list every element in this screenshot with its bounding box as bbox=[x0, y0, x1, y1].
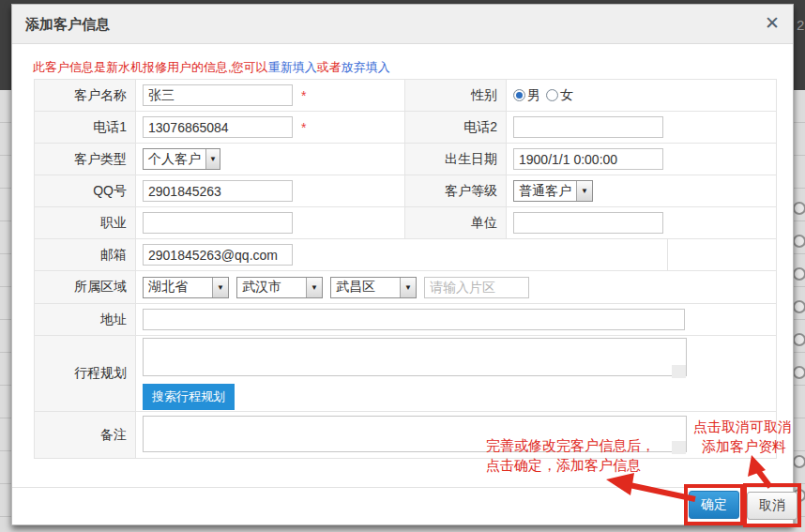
birth-date-label: 出生日期 bbox=[405, 144, 507, 175]
annotation-highlight-cancel: 取消 bbox=[743, 483, 801, 527]
close-icon[interactable]: ✕ bbox=[765, 13, 780, 34]
row-remarks: 备注 bbox=[35, 412, 776, 459]
province-select[interactable]: 湖北省 ▼ bbox=[143, 277, 229, 298]
gender-male-radio[interactable] bbox=[513, 89, 525, 101]
confirm-button[interactable]: 确定 bbox=[689, 491, 739, 519]
row-address: 地址 bbox=[35, 304, 776, 336]
modal-title: 添加客户信息 bbox=[25, 16, 110, 34]
customer-level-label: 客户等级 bbox=[405, 175, 507, 206]
resize-grip-icon[interactable] bbox=[672, 441, 686, 454]
row-customer-name-gender: 客户名称 * 性别 男 女 bbox=[35, 80, 776, 112]
notification-count-badge: 2 bbox=[797, 17, 804, 33]
required-asterisk: * bbox=[301, 88, 306, 103]
occupation-input[interactable] bbox=[143, 212, 293, 234]
gender-male-option: 男 bbox=[527, 87, 540, 104]
clock-icon bbox=[793, 202, 805, 215]
annotation-highlight-confirm: 确定 bbox=[684, 484, 744, 525]
footer-divider bbox=[12, 487, 793, 488]
city-select[interactable]: 武汉市 ▼ bbox=[236, 277, 323, 298]
qq-label: QQ号 bbox=[35, 175, 136, 206]
gender-female-option: 女 bbox=[560, 87, 573, 104]
hint-text: 此客户信息是新水机报修用户的信息,您可以重新填入或者放弃填入 bbox=[33, 59, 390, 76]
gender-female-radio[interactable] bbox=[546, 89, 558, 101]
customer-level-select[interactable]: 普通客户 ▼ bbox=[513, 180, 593, 202]
row-type-birthdate: 客户类型 个人客户 ▼ 出生日期 bbox=[35, 144, 776, 175]
row-qq-level: QQ号 客户等级 普通客户 ▼ bbox=[35, 175, 776, 207]
company-label: 单位 bbox=[405, 207, 507, 238]
area-input[interactable] bbox=[424, 277, 529, 298]
chevron-down-icon: ▼ bbox=[576, 181, 592, 201]
clock-icon bbox=[793, 333, 805, 346]
clock-icon bbox=[793, 235, 805, 248]
clock-icon bbox=[793, 366, 805, 379]
district-select[interactable]: 武昌区 ▼ bbox=[330, 277, 417, 298]
address-label: 地址 bbox=[35, 304, 136, 335]
chevron-down-icon: ▼ bbox=[212, 278, 228, 297]
trip-plan-textarea[interactable] bbox=[143, 338, 687, 376]
row-region: 所属区域 湖北省 ▼ 武汉市 ▼ 武昌区 ▼ bbox=[35, 271, 776, 304]
annotation-confirm-note: 完善或修改完客户信息后， 点击确定，添加客户信息 bbox=[486, 435, 655, 475]
phone1-input[interactable] bbox=[143, 116, 293, 138]
occupation-label: 职业 bbox=[35, 207, 136, 238]
phone1-label: 电话1 bbox=[35, 112, 136, 143]
row-occupation-company: 职业 单位 bbox=[35, 207, 776, 239]
company-input[interactable] bbox=[513, 212, 663, 234]
customer-name-label: 客户名称 bbox=[35, 80, 136, 111]
annotation-cancel-note: 点击取消可取消 添加客户资料 bbox=[693, 417, 792, 456]
resize-grip-icon[interactable] bbox=[672, 365, 686, 378]
email-input[interactable] bbox=[143, 244, 293, 266]
modal-header: 添加客户信息 ✕ bbox=[12, 5, 793, 44]
trip-plan-label: 行程规划 bbox=[35, 336, 136, 411]
search-trip-plan-button[interactable]: 搜索行程规划 bbox=[143, 384, 235, 410]
region-label: 所属区域 bbox=[35, 271, 136, 303]
customer-name-input[interactable] bbox=[143, 84, 293, 106]
hint-link-refill[interactable]: 重新填入 bbox=[268, 60, 317, 74]
clock-icon bbox=[793, 300, 805, 313]
clock-icon bbox=[793, 455, 805, 468]
birth-date-input[interactable] bbox=[513, 148, 663, 170]
address-input[interactable] bbox=[143, 309, 685, 330]
chevron-down-icon: ▼ bbox=[306, 278, 322, 297]
phone2-label: 电话2 bbox=[405, 112, 507, 143]
row-trip-plan: 行程规划 搜索行程规划 bbox=[35, 336, 776, 412]
email-label: 邮箱 bbox=[35, 239, 136, 270]
required-asterisk: * bbox=[301, 120, 306, 135]
hint-link-abandon[interactable]: 放弃填入 bbox=[342, 60, 390, 74]
row-phones: 电话1 * 电话2 bbox=[35, 112, 776, 144]
chevron-down-icon: ▼ bbox=[205, 149, 220, 169]
gender-label: 性别 bbox=[405, 80, 507, 111]
qq-input[interactable] bbox=[143, 180, 293, 202]
row-email: 邮箱 bbox=[35, 239, 776, 271]
add-customer-modal: 添加客户信息 ✕ 此客户信息是新水机报修用户的信息,您可以重新填入或者放弃填入 … bbox=[11, 4, 794, 525]
cancel-button[interactable]: 取消 bbox=[747, 492, 797, 520]
customer-type-label: 客户类型 bbox=[35, 144, 136, 175]
remarks-label: 备注 bbox=[35, 412, 136, 458]
chevron-down-icon: ▼ bbox=[400, 278, 416, 297]
clock-icon bbox=[793, 267, 805, 281]
customer-type-select[interactable]: 个人客户 ▼ bbox=[143, 148, 220, 170]
phone2-input[interactable] bbox=[513, 116, 663, 138]
customer-form: 客户名称 * 性别 男 女 电话1 * 电话2 bbox=[34, 79, 777, 459]
